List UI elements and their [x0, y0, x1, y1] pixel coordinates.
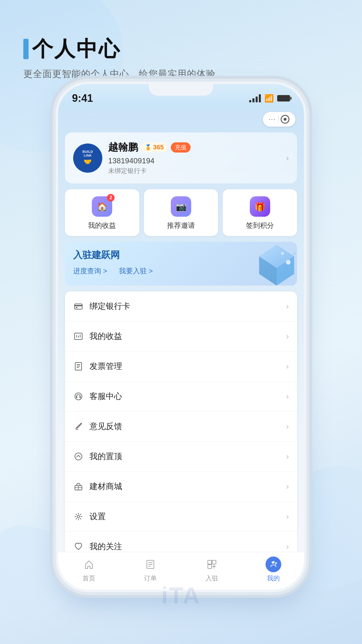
menu-item-earnings[interactable]: 我的收益 › [65, 321, 297, 351]
checkin-label: 签到积分 [246, 221, 274, 230]
home-nav-label: 首页 [82, 574, 95, 583]
logo-text-build: BUILD [82, 150, 93, 154]
svg-rect-7 [75, 304, 82, 309]
logo-hands-icon: 🤝 [82, 158, 93, 166]
menu-list: 绑定银行卡 › 我的收益 › [65, 291, 297, 561]
app-header: ··· [58, 107, 304, 130]
orders-nav-label: 订单 [144, 574, 157, 583]
earnings-label: 我的收益 [88, 221, 116, 230]
mine-nav-icon [266, 556, 281, 572]
points-icon: 🏅 [145, 144, 151, 150]
dots-icon: ··· [269, 116, 276, 123]
menu-item-mall[interactable]: 建材商城 › [65, 472, 297, 502]
signal-bar-1 [249, 100, 251, 102]
mine-nav-label: 我的 [267, 574, 280, 583]
profile-name-row: 越翰鹏 🏅 365 充值 [108, 141, 280, 154]
phone-content: ··· BUILD LINK 🤝 [58, 107, 304, 590]
menu-item-top[interactable]: 我的置顶 › [65, 442, 297, 472]
bank-icon [73, 301, 84, 312]
recharge-button[interactable]: 充值 [171, 142, 191, 153]
menu-item-bank[interactable]: 绑定银行卡 › [65, 291, 297, 321]
banner-link-join[interactable]: 我要入驻 > [119, 266, 153, 276]
phone-frame: 9:41 📶 ··· [56, 82, 306, 592]
settings-button[interactable]: ··· [263, 112, 295, 127]
nav-item-join[interactable]: 入驻 [204, 556, 220, 583]
quick-actions: 🏠 2 我的收益 📷 推荐邀请 🎁 [65, 189, 297, 236]
orders-nav-icon [143, 556, 158, 572]
earnings-icon-wrap: 🏠 2 [92, 196, 112, 217]
svg-point-6 [293, 252, 295, 255]
page-title: 个人中心 [32, 35, 121, 63]
join-banner[interactable]: 入驻建跃网 进度查询 > 我要入驻 > [65, 242, 297, 286]
nav-item-orders[interactable]: 订单 [143, 556, 158, 583]
join-nav-label: 入驻 [205, 574, 218, 583]
svg-point-4 [286, 260, 291, 265]
quick-card-checkin[interactable]: 🎁 签到积分 [223, 189, 297, 236]
mall-arrow-icon: › [286, 482, 289, 491]
earnings-icon: 🏠 [97, 202, 108, 212]
mall-text: 建材商城 [89, 481, 280, 492]
banner-link-progress[interactable]: 进度查询 > [73, 266, 107, 276]
service-text: 客服中心 [89, 391, 280, 402]
phone-screen: 9:41 📶 ··· [58, 84, 304, 590]
earnings-arrow-icon: › [286, 332, 289, 341]
profile-card[interactable]: BUILD LINK 🤝 越翰鹏 🏅 365 [65, 132, 297, 183]
bank-arrow-icon: › [286, 302, 289, 311]
profile-name: 越翰鹏 [108, 141, 138, 154]
svg-point-38 [275, 562, 277, 564]
page-header: 个人中心 更全面更智能的个人中心，给您最实用的体验 [23, 35, 216, 80]
bottom-watermark: iTA [161, 582, 201, 609]
invoice-arrow-icon: › [286, 362, 289, 371]
invite-icon: 📷 [176, 202, 187, 212]
settings-menu-icon [73, 511, 84, 522]
settings-menu-text: 设置 [89, 511, 280, 522]
menu-item-feedback[interactable]: 意见反馈 › [65, 412, 297, 442]
divider [278, 116, 278, 123]
logo-text-link: LINK [82, 154, 93, 158]
phone-mockup: 9:41 📶 ··· [56, 82, 306, 592]
nav-item-home[interactable]: 首页 [81, 556, 97, 583]
banner-decoration [250, 242, 297, 286]
bank-text: 绑定银行卡 [89, 301, 280, 312]
service-arrow-icon: › [286, 392, 289, 401]
mute-button [52, 169, 56, 187]
svg-point-26 [77, 515, 80, 518]
top-arrow-icon: › [286, 452, 289, 461]
quick-card-earnings[interactable]: 🏠 2 我的收益 [65, 189, 139, 236]
wifi-icon: 📶 [264, 94, 274, 103]
top-icon [73, 451, 84, 462]
points-badge: 🏅 365 [141, 142, 167, 152]
top-text: 我的置顶 [89, 451, 280, 462]
checkin-icon-wrap: 🎁 [250, 196, 270, 217]
svg-rect-20 [80, 396, 81, 398]
svg-rect-8 [75, 305, 82, 306]
svg-rect-19 [76, 396, 77, 398]
menu-item-invoice[interactable]: 发票管理 › [65, 351, 297, 382]
feedback-icon [73, 421, 84, 432]
settings-arrow-icon: › [286, 512, 289, 521]
title-accent [23, 39, 29, 59]
svg-rect-31 [208, 560, 212, 564]
svg-point-18 [75, 393, 82, 400]
svg-point-5 [281, 252, 284, 255]
menu-item-settings[interactable]: 设置 › [65, 502, 297, 532]
join-nav-icon [204, 556, 220, 572]
home-nav-icon [81, 556, 97, 572]
menu-item-service[interactable]: 客服中心 › [65, 382, 297, 412]
invoice-text: 发票管理 [89, 361, 280, 372]
quick-card-invite[interactable]: 📷 推荐邀请 [144, 189, 218, 236]
signal-bar-3 [256, 97, 258, 102]
signal-bar-4 [259, 94, 261, 102]
profile-bank-status: 未绑定银行卡 [108, 167, 280, 175]
status-icons: 📶 [249, 94, 290, 103]
status-time: 9:41 [72, 92, 93, 104]
profile-info: 越翰鹏 🏅 365 充值 13819409194 未绑定银行卡 [108, 141, 280, 175]
svg-rect-32 [212, 560, 216, 564]
phone-notch [149, 84, 213, 96]
svg-point-22 [75, 453, 82, 460]
svg-rect-9 [76, 307, 78, 308]
nav-item-mine[interactable]: 我的 [266, 556, 281, 583]
volume-down-button [52, 236, 56, 265]
feedback-arrow-icon: › [286, 422, 289, 431]
follow-arrow-icon: › [286, 542, 289, 551]
